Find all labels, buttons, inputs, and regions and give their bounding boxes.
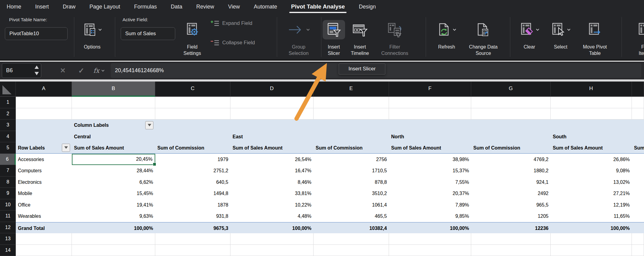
- cell-A6[interactable]: Accessories: [16, 154, 72, 165]
- cell-C3[interactable]: [155, 120, 230, 131]
- cell-A4[interactable]: [16, 131, 72, 143]
- cell-A1[interactable]: [16, 97, 72, 108]
- cancel-icon[interactable]: ✕: [60, 62, 65, 79]
- cell-A13[interactable]: [16, 233, 72, 245]
- row-header-14[interactable]: 14: [0, 245, 16, 256]
- cell-D5[interactable]: Sum of Sales Amount: [230, 142, 314, 154]
- expand-field-button[interactable]: Expand Field: [210, 19, 252, 28]
- cell-B2[interactable]: [72, 108, 155, 120]
- cell-A14[interactable]: [16, 245, 72, 256]
- cell-A9[interactable]: Mobile: [16, 188, 72, 199]
- cell-B6[interactable]: 20,45%: [72, 154, 155, 165]
- cell-E3[interactable]: [314, 120, 389, 131]
- cell-H6[interactable]: 26,86%: [551, 154, 632, 165]
- column-header-b[interactable]: B: [72, 82, 155, 97]
- cell-H11[interactable]: 11,65%: [551, 211, 632, 222]
- move-pivot-table-button[interactable]: Move Pivot Table: [578, 16, 612, 56]
- cell-D10[interactable]: 10,22%: [230, 199, 314, 211]
- cell-G10[interactable]: 965,5: [471, 199, 551, 211]
- collapse-field-button[interactable]: Collapse Field: [210, 38, 255, 47]
- cell-F3[interactable]: [389, 120, 471, 131]
- cell-D4[interactable]: East: [230, 131, 314, 143]
- cell-C6[interactable]: 1979: [155, 154, 230, 165]
- cell-A7[interactable]: Computers: [16, 165, 72, 177]
- cell-H8[interactable]: 13,02%: [551, 177, 632, 188]
- tab-pivot-table-analyse[interactable]: Pivot Table Analyse: [291, 0, 345, 13]
- cell-D3[interactable]: [230, 120, 314, 131]
- cell-I6[interactable]: [632, 154, 644, 165]
- cell-A11[interactable]: Wearables: [16, 211, 72, 222]
- tab-formulas[interactable]: Formulas: [134, 0, 157, 13]
- cell-I11[interactable]: [632, 211, 644, 222]
- cell-E12[interactable]: 10382,4: [314, 222, 389, 234]
- cell-C10[interactable]: 1878: [155, 199, 230, 211]
- cell-C5[interactable]: Sum of Commission: [155, 142, 230, 154]
- cell-F10[interactable]: 7,89%: [389, 199, 471, 211]
- cell-I13[interactable]: [632, 233, 644, 245]
- cell-D9[interactable]: 33,81%: [230, 188, 314, 199]
- cell-A2[interactable]: [16, 108, 72, 120]
- cell-F14[interactable]: [389, 245, 471, 256]
- row-header-10[interactable]: 10: [0, 199, 16, 211]
- cell-H1[interactable]: [551, 97, 632, 108]
- tab-view[interactable]: View: [228, 0, 240, 13]
- tab-automate[interactable]: Automate: [254, 0, 277, 13]
- cell-E8[interactable]: 878,8: [314, 177, 389, 188]
- field-settings-button[interactable]: Field Settings: [178, 16, 207, 56]
- group-selection-button[interactable]: Group Selection: [284, 16, 313, 56]
- cell-C2[interactable]: [155, 108, 230, 120]
- cell-C8[interactable]: 640,5: [155, 177, 230, 188]
- cell-E13[interactable]: [314, 233, 389, 245]
- cell-H2[interactable]: [551, 108, 632, 120]
- column-header-d[interactable]: D: [230, 82, 314, 97]
- tab-draw[interactable]: Draw: [63, 0, 75, 13]
- cell-E4[interactable]: [314, 131, 389, 143]
- cell-C11[interactable]: 931,8: [155, 211, 230, 222]
- cell-D11[interactable]: 4,48%: [230, 211, 314, 222]
- select-button[interactable]: Select: [548, 16, 573, 50]
- cell-C4[interactable]: [155, 131, 230, 143]
- cell-A3[interactable]: [16, 120, 72, 131]
- column-header-h[interactable]: H: [551, 82, 632, 97]
- cell-F8[interactable]: 7,55%: [389, 177, 471, 188]
- cell-F11[interactable]: 9,85%: [389, 211, 471, 222]
- cell-B12[interactable]: 100,00%: [72, 222, 155, 234]
- cell-B7[interactable]: 28,44%: [72, 165, 155, 177]
- cell-B13[interactable]: [72, 233, 155, 245]
- cell-G11[interactable]: 1205: [471, 211, 551, 222]
- cell-D13[interactable]: [230, 233, 314, 245]
- cell-B8[interactable]: 6,62%: [72, 177, 155, 188]
- cell-E9[interactable]: 3510,2: [314, 188, 389, 199]
- row-header-7[interactable]: 7: [0, 165, 16, 177]
- cell-D7[interactable]: 16,47%: [230, 165, 314, 177]
- row-header-2[interactable]: 2: [0, 108, 16, 120]
- cell-G4[interactable]: [471, 131, 551, 143]
- options-button[interactable]: Options: [76, 16, 108, 50]
- cell-G13[interactable]: [471, 233, 551, 245]
- cell-C9[interactable]: 1494,8: [155, 188, 230, 199]
- cell-A8[interactable]: Electronics: [16, 177, 72, 188]
- cell-G12[interactable]: 12236: [471, 222, 551, 234]
- cell-G2[interactable]: [471, 108, 551, 120]
- pivot-table-name-input[interactable]: PivotTable10: [5, 27, 68, 40]
- tab-data[interactable]: Data: [171, 0, 182, 13]
- row-header-11[interactable]: 11: [0, 211, 16, 222]
- row-header-1[interactable]: 1: [0, 97, 16, 108]
- cell-I3[interactable]: [632, 120, 644, 131]
- cell-F2[interactable]: [389, 108, 471, 120]
- cell-I8[interactable]: [632, 177, 644, 188]
- cell-G7[interactable]: 1880,2: [471, 165, 551, 177]
- cell-D2[interactable]: [230, 108, 314, 120]
- cell-H7[interactable]: 9,08%: [551, 165, 632, 177]
- tab-review[interactable]: Review: [196, 0, 214, 13]
- cell-G14[interactable]: [471, 245, 551, 256]
- filter-dropdown-button[interactable]: [145, 121, 153, 129]
- cell-A10[interactable]: Office: [16, 199, 72, 211]
- cell-B4[interactable]: Central: [72, 131, 155, 143]
- cell-E14[interactable]: [314, 245, 389, 256]
- cell-F4[interactable]: North: [389, 131, 471, 143]
- confirm-check-icon[interactable]: ✓: [78, 62, 84, 79]
- name-box-spinner[interactable]: [35, 66, 39, 75]
- cell-E1[interactable]: [314, 97, 389, 108]
- active-field-value[interactable]: Sum of Sales: [121, 27, 175, 40]
